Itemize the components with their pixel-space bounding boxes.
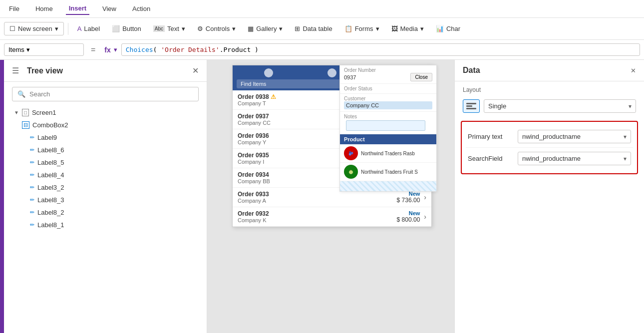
primary-text-dropdown[interactable]: nwind_productname ▾ <box>518 130 631 143</box>
menu-view[interactable]: View <box>99 3 119 14</box>
search-field-row: SearchField nwind_productname ▾ <box>466 148 633 169</box>
formula-input[interactable]: Choices( 'Order Details'.Product ) <box>121 43 640 56</box>
fx-button[interactable]: fx ▾ <box>102 46 117 54</box>
tree-label-9: Label9 <box>37 134 57 141</box>
label-icon-8-3: ✏ <box>30 197 34 203</box>
data-panel-close-button[interactable]: ✕ <box>631 67 636 74</box>
product-image-2: 🍈 <box>344 165 358 179</box>
gallery-chevron-icon: ▾ <box>279 25 283 32</box>
menu-insert[interactable]: Insert <box>66 2 89 15</box>
order-amount-0932: $ 800.00 <box>397 216 420 223</box>
combobox-icon: ⊟ <box>22 121 29 129</box>
text-button[interactable]: Abc Text ▾ <box>148 22 190 35</box>
tree-label-8-2: Label8_2 <box>37 209 64 216</box>
label-icon: A <box>77 25 82 32</box>
layout-chevron-icon: ▾ <box>629 103 632 110</box>
menu-home[interactable]: Home <box>32 3 56 14</box>
chart-button[interactable]: 📊 Char <box>431 22 465 35</box>
order-company-0933: Company A <box>238 198 393 204</box>
search-field-value: nwind_productname <box>522 155 622 162</box>
search-field-label: SearchField <box>468 155 518 162</box>
detail-overlay: Order Number 0937 Close Order Status Cus… <box>339 65 437 192</box>
tree-label-screen1: Screen1 <box>32 109 56 116</box>
customer-detail-value: Company CC <box>344 101 432 109</box>
label-icon-9: ✏ <box>30 134 34 141</box>
chevron-down-icon: ▾ <box>55 25 58 32</box>
layout-options: Single ▾ <box>455 95 644 117</box>
button-icon: ⬜ <box>112 25 120 32</box>
tree-item-screen1[interactable]: ▼ □ Screen1 <box>8 106 207 119</box>
primary-text-row: Primary text nwind_productname ▾ <box>466 126 633 148</box>
product-row-1: 🫐 Northwind Traders Rasb <box>340 144 436 163</box>
sidebar-header: ☰ Tree view ✕ <box>4 60 207 82</box>
data-table-icon: ⊞ <box>295 25 300 32</box>
handle-circle-2[interactable] <box>327 68 336 77</box>
layout-section-label: Layout <box>455 81 644 95</box>
notes-input-field[interactable] <box>346 120 425 131</box>
search-field-dropdown[interactable]: nwind_productname ▾ <box>518 152 631 165</box>
tree-label-8-1: Label8_1 <box>37 221 64 229</box>
order-company-0932: Company K <box>238 217 393 223</box>
search-input[interactable] <box>29 90 193 98</box>
primary-text-value: nwind_productname <box>522 133 622 140</box>
search-field-chevron-icon: ▾ <box>624 155 627 162</box>
customer-detail-row: Customer Company CC <box>340 94 436 112</box>
media-icon: 🖼 <box>391 25 398 32</box>
handle-circle-1[interactable] <box>264 68 273 77</box>
data-panel-header: Data ✕ <box>455 60 644 81</box>
order-number-detail-row: Order Number 0937 Close <box>340 65 436 84</box>
order-number-0933: Order 0933 <box>238 191 393 198</box>
items-dropdown[interactable]: Items ▾ <box>4 43 84 56</box>
product-name-1: Northwind Traders Rasb <box>361 151 415 156</box>
sidebar-menu-icon[interactable]: ☰ <box>12 66 19 75</box>
fx-chevron-icon: ▾ <box>114 46 117 53</box>
tree-item-label3-2[interactable]: ✏ Label3_2 <box>8 181 207 194</box>
menu-file[interactable]: File <box>6 3 22 14</box>
order-row-0932[interactable]: Order 0932 Company K New $ 800.00 › <box>233 207 431 227</box>
stripe-pattern <box>340 181 436 191</box>
menu-action[interactable]: Action <box>129 3 153 14</box>
order-chevron-0932: › <box>424 213 426 221</box>
tree-item-label8-5[interactable]: ✏ Label8_5 <box>8 156 207 169</box>
gallery-button[interactable]: ▦ Gallery ▾ <box>243 22 288 35</box>
label-icon-8-5: ✏ <box>30 159 34 166</box>
layout-option-dropdown[interactable]: Single ▾ <box>484 99 636 113</box>
label-button[interactable]: A Label <box>72 22 105 35</box>
media-button[interactable]: 🖼 Media ▾ <box>386 22 429 35</box>
tree-label-8-5: Label8_5 <box>37 159 64 166</box>
sidebar-close-button[interactable]: ✕ <box>192 66 199 75</box>
order-number-detail-label: Order Number <box>344 67 432 73</box>
tree-item-label9[interactable]: ✏ Label9 <box>8 131 207 144</box>
sidebar-accent-stripe <box>0 60 4 333</box>
label-icon-8-2: ✏ <box>30 209 34 216</box>
dropdown-chevron-icon: ▾ <box>26 46 30 53</box>
order-status-detail-row: Order Status <box>340 84 436 94</box>
order-status-0932: New <box>397 210 420 216</box>
search-box[interactable]: 🔍 <box>12 87 199 101</box>
new-screen-button[interactable]: ☐ New screen ▾ <box>4 22 64 35</box>
tree-item-combobox2[interactable]: ⊟ ComboBox2 <box>8 119 207 131</box>
text-chevron-icon: ▾ <box>182 25 185 32</box>
controls-icon: ⚙ <box>197 25 203 32</box>
tree-view: ▼ □ Screen1 ⊟ ComboBox2 ✏ Label9 ✏ Label… <box>4 106 207 231</box>
layout-option-lines[interactable] <box>463 99 480 113</box>
detail-close-button[interactable]: Close <box>410 73 432 81</box>
product-section-header: Product <box>340 134 436 144</box>
forms-button[interactable]: 📋 Forms ▾ <box>339 22 384 35</box>
tree-item-label8-4[interactable]: ✏ Label8_4 <box>8 169 207 181</box>
primary-text-chevron-icon: ▾ <box>624 133 627 140</box>
tree-item-label8-1[interactable]: ✏ Label8_1 <box>8 219 207 231</box>
data-table-button[interactable]: ⊞ Data table <box>290 22 337 35</box>
new-screen-icon: ☐ <box>9 25 15 32</box>
menu-bar: File Home Insert View Action <box>0 0 644 18</box>
sidebar: ☰ Tree view ✕ 🔍 ▼ □ Screen1 ⊟ <box>0 60 207 333</box>
label-icon-8-6: ✏ <box>30 147 34 153</box>
forms-icon: 📋 <box>344 25 352 32</box>
order-number-0932: Order 0932 <box>238 210 393 217</box>
tree-item-label8-6[interactable]: ✏ Label8_6 <box>8 144 207 156</box>
button-button[interactable]: ⬜ Button <box>107 22 146 35</box>
tree-item-label8-2[interactable]: ✏ Label8_2 <box>8 206 207 219</box>
controls-button[interactable]: ⚙ Controls ▾ <box>192 22 241 35</box>
customer-detail-label: Customer <box>344 96 432 101</box>
tree-item-label8-3[interactable]: ✏ Label8_3 <box>8 194 207 206</box>
